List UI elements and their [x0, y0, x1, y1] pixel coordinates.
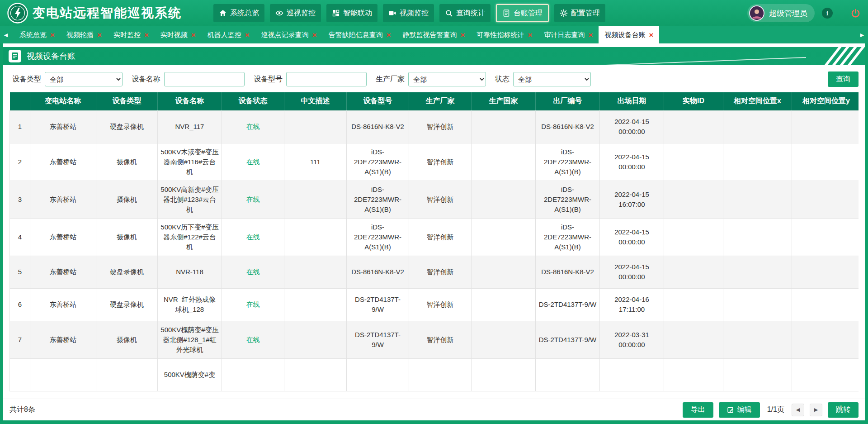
table-cell: 硬盘录像机 — [96, 288, 158, 321]
prev-page-button[interactable]: ◀ — [792, 404, 804, 416]
table-cell: 在线 — [222, 288, 284, 321]
manufacturer-select[interactable]: 全部 — [408, 72, 486, 86]
export-button[interactable]: 导出 — [683, 402, 713, 418]
page-titlebar: 视频设备台账 — [3, 47, 865, 65]
tab-scroll-right-icon[interactable]: ▶ — [856, 26, 868, 43]
table-cell: iDS-2DE7223MWR-A(S1)(B) — [536, 218, 600, 256]
table-cell: 摄像机 — [96, 321, 158, 358]
nav-item-config[interactable]: 配置管理 — [554, 4, 605, 22]
column-header: 设备状态 — [222, 92, 284, 110]
footer-bar: 共计8条 导出 编辑 1/1页 ◀ ▶ 跳转 — [3, 399, 865, 420]
search-button[interactable]: 查询 — [828, 71, 859, 87]
table-cell: 在线 — [222, 143, 284, 181]
power-icon[interactable] — [850, 8, 861, 19]
tab-label: 告警缺陷信息查询 — [329, 31, 383, 39]
table-cell: 在线 — [222, 218, 284, 256]
table-cell: 6 — [10, 288, 30, 321]
tab-video-device-ledger[interactable]: 视频设备台账× — [599, 26, 659, 43]
tab-scroll-left-icon[interactable]: ◀ — [0, 26, 12, 43]
tab-label: 机器人监控 — [208, 31, 241, 39]
tab-close-icon[interactable]: × — [461, 31, 465, 39]
ledger-icon — [502, 9, 510, 17]
table-cell: DS-2TD4137T-9/W — [347, 321, 409, 358]
device-model-input[interactable] — [286, 72, 367, 86]
tab-label: 实时视频 — [160, 31, 188, 39]
table-cell — [10, 358, 30, 391]
table-cell: 2022-04-15 00:00:00 — [600, 110, 664, 143]
edit-icon — [727, 406, 734, 414]
table-cell: NVR-118 — [158, 256, 222, 288]
nav-item-video[interactable]: 视频监控 — [383, 4, 434, 22]
user-name: 超级管理员 — [769, 8, 807, 19]
table-cell — [284, 181, 347, 218]
titlebar-stripes-decoration — [831, 47, 858, 65]
tab-robot-monitor[interactable]: 机器人监控× — [202, 26, 255, 43]
tab-system-overview[interactable]: 系统总览× — [14, 26, 61, 43]
table-cell — [472, 358, 536, 391]
tab-close-icon[interactable]: × — [245, 31, 250, 39]
device-type-select[interactable]: 全部 — [45, 72, 123, 86]
table-cell: 智洋创新 — [409, 218, 472, 256]
tab-close-icon[interactable]: × — [191, 31, 196, 39]
table-cell — [723, 110, 792, 143]
table-cell: 500KV槐荫变#变压器北侧#128_1#红外光球机 — [158, 321, 222, 358]
tab-close-icon[interactable]: × — [50, 31, 55, 39]
info-icon[interactable]: i — [822, 8, 833, 19]
table-cell: 东善桥站 — [30, 181, 96, 218]
tab-video-carousel[interactable]: 视频轮播× — [61, 26, 108, 43]
table-cell: DS-2TD4137T-9/W — [536, 288, 600, 321]
table-cell — [472, 110, 536, 143]
nav-item-label: 视频监控 — [400, 9, 429, 18]
table-cell: 东善桥站 — [30, 288, 96, 321]
tab-reliability-stats[interactable]: 可靠性指标统计× — [471, 26, 538, 43]
tab-close-icon[interactable]: × — [528, 31, 533, 39]
tab-close-icon[interactable]: × — [387, 31, 391, 39]
tab-label: 系统总览 — [19, 31, 47, 39]
table-cell — [347, 358, 409, 391]
table-row: 1东善桥站硬盘录像机NVR_117在线DS-8616N-K8-V2智洋创新DS-… — [10, 110, 859, 143]
table-cell: 在线 — [222, 321, 284, 358]
table-cell: DS-8616N-K8-V2 — [536, 110, 600, 143]
tab-close-icon[interactable]: × — [144, 31, 149, 39]
status-select[interactable]: 全部 — [513, 72, 591, 86]
table-cell: 东善桥站 — [30, 143, 96, 181]
table-cell — [664, 181, 723, 218]
jump-button[interactable]: 跳转 — [828, 402, 859, 418]
user-avatar[interactable] — [749, 5, 764, 21]
table-cell — [472, 181, 536, 218]
device-name-input[interactable] — [164, 72, 245, 86]
nav-item-query-stats[interactable]: 查询统计 — [439, 4, 491, 22]
tab-realtime-video[interactable]: 实时视频× — [155, 26, 202, 43]
table-cell — [284, 218, 347, 256]
table-scroll-container[interactable]: 变电站名称设备类型设备名称设备状态中文描述设备型号生产厂家生产国家出厂编号出场日… — [9, 92, 859, 399]
tab-close-icon[interactable]: × — [588, 31, 593, 39]
table-cell: 智洋创新 — [409, 181, 472, 218]
tab-close-icon[interactable]: × — [97, 31, 102, 39]
edit-button-label: 编辑 — [737, 405, 752, 414]
next-page-button[interactable]: ▶ — [810, 404, 822, 416]
nav-item-overview[interactable]: 系统总览 — [213, 4, 264, 22]
tab-close-icon[interactable]: × — [649, 31, 653, 39]
nav-item-ledger[interactable]: 台账管理 — [496, 4, 549, 22]
tab-silent-alarm-query[interactable]: 静默监视告警查询× — [397, 26, 471, 43]
tab-realtime-monitor[interactable]: 实时监控× — [108, 26, 155, 43]
table-cell — [96, 358, 158, 391]
tab-alarm-defect-query[interactable]: 告警缺陷信息查询× — [323, 26, 397, 43]
edit-button[interactable]: 编辑 — [719, 402, 760, 418]
table-row: 500KV槐荫变#变 — [10, 358, 859, 391]
tab-patrol-record-query[interactable]: 巡视点记录查询× — [255, 26, 323, 43]
table-cell: 7 — [10, 321, 30, 358]
tab-label: 可靠性指标统计 — [477, 31, 524, 39]
table-row: 7东善桥站摄像机500KV槐荫变#变压器北侧#128_1#红外光球机在线DS-2… — [10, 321, 859, 358]
tab-close-icon[interactable]: × — [312, 31, 317, 39]
nav-item-linkage[interactable]: 智能联动 — [326, 4, 377, 22]
table-cell: 硬盘录像机 — [96, 110, 158, 143]
tab-audit-log-query[interactable]: 审计日志查询× — [538, 26, 599, 43]
nav-item-patrol[interactable]: 巡视监控 — [270, 4, 321, 22]
nav-item-label: 配置管理 — [571, 9, 600, 18]
table-cell — [284, 288, 347, 321]
table-cell: 500KV高新变#变压器北侧#123#云台机 — [158, 181, 222, 218]
table-row: 4东善桥站摄像机500KV历下变#变压器东侧#122#云台机在线iDS-2DE7… — [10, 218, 859, 256]
table-cell: 2022-04-15 16:07:00 — [600, 181, 664, 218]
table-cell — [792, 256, 859, 288]
